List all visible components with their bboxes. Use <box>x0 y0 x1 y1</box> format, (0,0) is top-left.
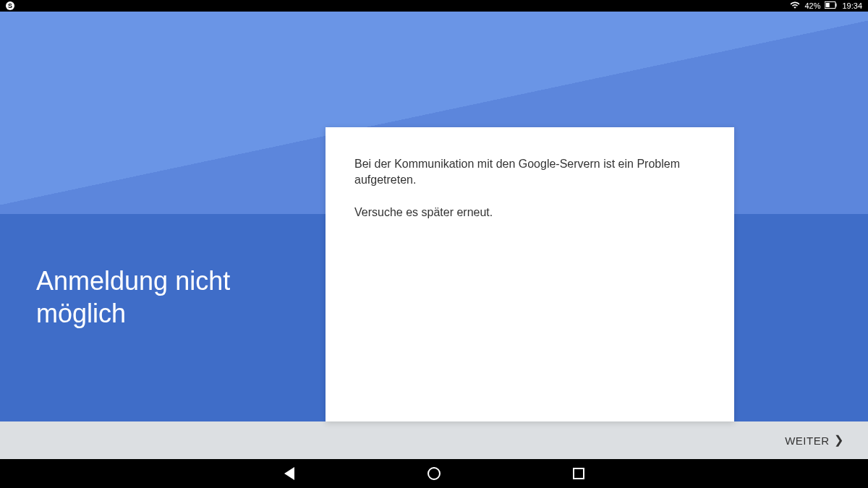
status-time: 19:34 <box>842 1 862 10</box>
home-button[interactable] <box>427 466 441 481</box>
square-recent-icon <box>573 468 584 479</box>
next-button[interactable]: WEITER ❯ <box>782 429 846 453</box>
back-button[interactable] <box>282 466 297 481</box>
page-title: Anmeldung nicht möglich <box>36 265 311 330</box>
navigation-bar <box>0 459 868 488</box>
action-bar: WEITER ❯ <box>0 421 868 459</box>
circle-home-icon <box>427 467 441 480</box>
retry-message: Versuche es später erneut. <box>354 205 705 221</box>
battery-icon <box>825 1 838 11</box>
svg-rect-1 <box>835 4 837 7</box>
notification-icon: S <box>6 1 14 10</box>
battery-percent: 42% <box>804 1 820 10</box>
status-right: 42% 19:34 <box>790 0 862 12</box>
error-card: Bei der Kommunikation mit den Google-Ser… <box>326 127 734 421</box>
status-bar: S 42% 19:34 <box>0 0 868 12</box>
triangle-back-icon <box>284 467 294 480</box>
chevron-right-icon: ❯ <box>834 435 844 446</box>
error-message: Bei der Kommunikation mit den Google-Ser… <box>354 156 705 189</box>
main-content: Anmeldung nicht möglich Bei der Kommunik… <box>0 12 868 421</box>
svg-rect-2 <box>826 3 830 7</box>
next-button-label: WEITER <box>785 435 829 447</box>
wifi-icon <box>790 0 800 12</box>
recent-apps-button[interactable] <box>571 466 586 481</box>
status-left: S <box>6 1 14 10</box>
